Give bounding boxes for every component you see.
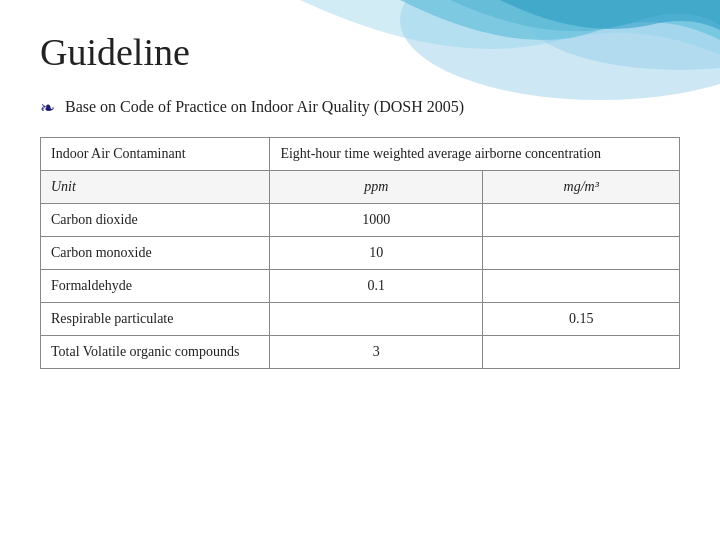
bullet-icon: ❧: [40, 97, 55, 119]
bullet-item: ❧ Base on Code of Practice on Indoor Air…: [40, 96, 680, 119]
main-content: Guideline ❧ Base on Code of Practice on …: [0, 0, 720, 389]
contaminant-name: Total Volatile organic compounds: [41, 336, 270, 369]
mgm3-value: 0.15: [483, 303, 680, 336]
page-title: Guideline: [40, 30, 680, 74]
table-row: Total Volatile organic compounds 3: [41, 336, 680, 369]
table-subheader-ppm: ppm: [270, 171, 483, 204]
table-header-contaminant: Indoor Air Contaminant: [41, 138, 270, 171]
guidelines-table-wrapper: Indoor Air Contaminant Eight-hour time w…: [40, 137, 680, 369]
contaminant-name: Respirable particulate: [41, 303, 270, 336]
table-row: Carbon dioxide 1000: [41, 204, 680, 237]
mgm3-value: [483, 336, 680, 369]
table-subheader-row: Unit ppm mg/m³: [41, 171, 680, 204]
table-subheader-mgm3: mg/m³: [483, 171, 680, 204]
table-header-row: Indoor Air Contaminant Eight-hour time w…: [41, 138, 680, 171]
mgm3-value: [483, 270, 680, 303]
contaminant-name: Formaldehyde: [41, 270, 270, 303]
guidelines-table: Indoor Air Contaminant Eight-hour time w…: [40, 137, 680, 369]
ppm-value: 3: [270, 336, 483, 369]
ppm-value: 1000: [270, 204, 483, 237]
table-row: Carbon monoxide 10: [41, 237, 680, 270]
mgm3-value: [483, 204, 680, 237]
ppm-value: [270, 303, 483, 336]
bullet-text: Base on Code of Practice on Indoor Air Q…: [65, 96, 464, 118]
ppm-value: 10: [270, 237, 483, 270]
contaminant-name: Carbon dioxide: [41, 204, 270, 237]
mgm3-value: [483, 237, 680, 270]
table-row: Formaldehyde 0.1: [41, 270, 680, 303]
contaminant-name: Carbon monoxide: [41, 237, 270, 270]
table-header-concentration: Eight-hour time weighted average airborn…: [270, 138, 680, 171]
table-row: Respirable particulate 0.15: [41, 303, 680, 336]
ppm-value: 0.1: [270, 270, 483, 303]
table-subheader-unit: Unit: [41, 171, 270, 204]
